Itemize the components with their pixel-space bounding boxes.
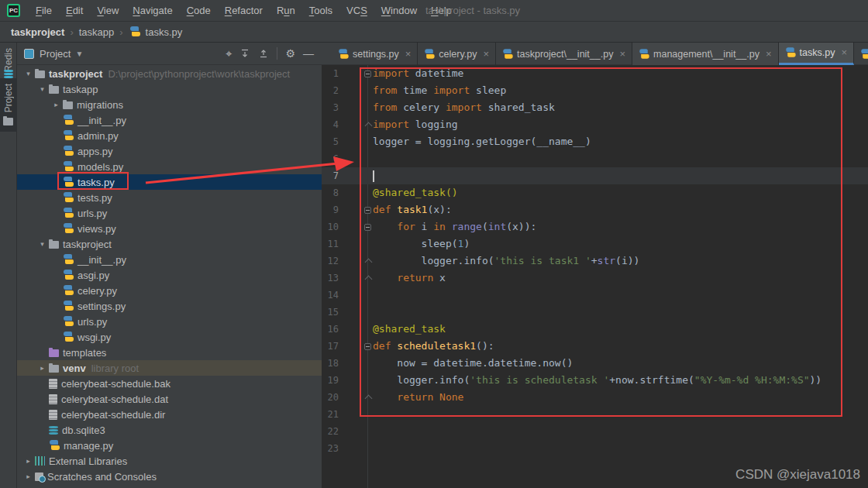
tree-item-celerybeat-schedule-bak[interactable]: celerybeat-schedule.bak	[17, 376, 322, 391]
code-text[interactable]: from celery import shared_task	[373, 99, 555, 116]
tree-item-migrations[interactable]: ▸migrations	[17, 97, 322, 112]
breadcrumb-item-taskapp[interactable]: taskapp	[77, 26, 117, 38]
fold-end-icon[interactable]	[365, 122, 373, 130]
breadcrumb-item-tasks-py[interactable]: tasks.py	[143, 26, 185, 38]
code-text[interactable]: import datetime	[373, 65, 463, 82]
menu-item-view[interactable]: View	[90, 0, 126, 21]
tree-item-models-py[interactable]: models.py	[17, 159, 322, 174]
tool-strip-button-project[interactable]: Project	[0, 78, 17, 132]
expand-all-button[interactable]	[239, 48, 250, 59]
fold-column	[341, 224, 373, 231]
tree-item-celerybeat-schedule-dir[interactable]: celerybeat-schedule.dir	[17, 407, 322, 422]
code-text[interactable]: def scheduletask1():	[373, 338, 494, 355]
tab-close-icon[interactable]: ×	[841, 48, 847, 57]
chevron-right-icon[interactable]: ▸	[50, 101, 63, 108]
code-text[interactable]: for i in range(int(x)):	[373, 218, 536, 235]
code-line-19: 19 logger.info('this is scheduletask '+n…	[322, 372, 868, 389]
tab-label: settings.py	[353, 49, 399, 60]
tree-item-External-Libraries[interactable]: ▸External Libraries	[17, 453, 322, 469]
python-file-icon	[63, 146, 74, 156]
tree-item-wsgi-py[interactable]: wsgi.py	[17, 329, 322, 345]
menu-item-tools[interactable]: Tools	[302, 0, 339, 21]
tree-item-taskproject[interactable]: ▾taskprojectD:\project\pythonproject\wor…	[17, 66, 322, 81]
code-text[interactable]: def task1(x):	[373, 201, 452, 218]
tree-item-celerybeat-schedule-dat[interactable]: celerybeat-schedule.dat	[17, 391, 322, 407]
fold-collapse-icon[interactable]	[364, 343, 371, 350]
tool-strip-button-redis[interactable]: Redis	[0, 43, 17, 78]
fold-collapse-icon[interactable]	[364, 70, 371, 77]
chevron-right-icon[interactable]: ▸	[36, 364, 49, 372]
tree-item-settings-py[interactable]: settings.py	[17, 298, 322, 314]
fold-end-icon[interactable]	[365, 259, 373, 266]
tree-item-venv[interactable]: ▸venvlibrary root	[17, 360, 322, 376]
project-panel-title[interactable]: Project	[40, 48, 71, 60]
code-text[interactable]: logger.info('this is scheduletask '+now.…	[373, 372, 822, 389]
fold-end-icon[interactable]	[365, 276, 373, 284]
tree-item-views-py[interactable]: views.py	[17, 221, 322, 236]
chevron-right-icon[interactable]: ▸	[22, 457, 35, 465]
tree-item-Scratches-and-Consoles[interactable]: ▸Scratches and Consoles	[17, 469, 322, 484]
code-text[interactable]: sleep(1)	[373, 235, 470, 253]
collapse-all-button[interactable]	[258, 48, 269, 59]
tree-item-admin-py[interactable]: admin.py	[17, 128, 322, 143]
code-text[interactable]: now = datetime.datetime.now()	[373, 355, 573, 372]
tree-item-db-sqlite3[interactable]: db.sqlite3	[17, 422, 322, 438]
menu-item-file[interactable]: File	[29, 0, 59, 21]
code-text[interactable]: import logging	[373, 116, 458, 133]
code-text[interactable]: return None	[373, 389, 463, 406]
locate-file-button[interactable]: ⌖	[226, 48, 232, 59]
tree-item-taskproject[interactable]: ▾taskproject	[17, 236, 322, 252]
code-text[interactable]: logger = logging.getLogger(__name__)	[373, 133, 591, 150]
code-text[interactable]	[373, 167, 374, 184]
chevron-down-icon[interactable]: ▼	[75, 50, 83, 58]
code-text[interactable]: @shared_task()	[373, 184, 458, 201]
tree-item-templates[interactable]: templates	[17, 345, 322, 360]
menu-item-edit[interactable]: Edit	[59, 0, 90, 21]
editor-tab-taskproject-__init__-py[interactable]: taskproject\__init__.py×	[496, 43, 632, 65]
code-text[interactable]: @shared_task	[373, 321, 446, 338]
tree-item-urls-py[interactable]: urls.py	[17, 205, 322, 221]
hide-panel-button[interactable]: —	[303, 47, 314, 60]
code-text[interactable]: from time import sleep	[373, 82, 506, 99]
editor-tab-celery-py[interactable]: celery.py×	[418, 43, 496, 65]
settings-gear-icon[interactable]: ⚙	[285, 48, 295, 59]
tree-item-tasks-py[interactable]: tasks.py	[17, 174, 322, 190]
chevron-down-icon[interactable]: ▾	[36, 240, 49, 248]
tree-item-celery-py[interactable]: celery.py	[17, 283, 322, 298]
chevron-down-icon[interactable]: ▾	[22, 70, 35, 77]
menu-item-refactor[interactable]: Refactor	[218, 0, 270, 21]
tree-item-asgi-py[interactable]: asgi.py	[17, 267, 322, 283]
editor-tab-settings-py[interactable]: settings.py×	[332, 43, 418, 65]
code-text[interactable]: logger.info('this is task1 '+str(i))	[373, 253, 639, 270]
code-text[interactable]: return x	[373, 270, 446, 287]
editor-tab-tasks-py[interactable]: tasks.py×	[779, 43, 854, 65]
breadcrumb-separator: ›	[118, 26, 124, 38]
code-editor[interactable]: 1import datetime2from time import sleep3…	[322, 65, 868, 488]
chevron-right-icon[interactable]: ▸	[22, 473, 35, 480]
tab-close-icon[interactable]: ×	[405, 50, 412, 59]
editor-tab-management-__init__-py[interactable]: management\__init__.py×	[632, 43, 779, 65]
menu-item-code[interactable]: Code	[180, 0, 218, 21]
breadcrumb-item-taskproject[interactable]: taskproject	[9, 26, 67, 38]
tab-close-icon[interactable]: ×	[483, 50, 489, 59]
tree-item-label: urls.py	[78, 316, 107, 328]
fold-end-icon[interactable]	[365, 395, 373, 403]
menu-item-window[interactable]: Window	[374, 0, 424, 21]
tab-close-icon[interactable]: ×	[766, 50, 772, 59]
tree-item-urls-py[interactable]: urls.py	[17, 314, 322, 329]
menu-item-navigate[interactable]: Navigate	[126, 0, 179, 21]
tree-item-manage-py[interactable]: manage.py	[17, 438, 322, 453]
menu-item-vcs[interactable]: VCS	[339, 0, 374, 21]
tree-item-__init__-py[interactable]: __init__.py	[17, 252, 322, 267]
tree-item-label: taskproject	[63, 239, 112, 250]
chevron-down-icon[interactable]: ▾	[36, 85, 49, 93]
editor-tab-views-py[interactable]: views.py	[854, 43, 868, 65]
menu-item-run[interactable]: Run	[270, 0, 302, 21]
fold-collapse-icon[interactable]	[364, 207, 371, 214]
tree-item-apps-py[interactable]: apps.py	[17, 143, 322, 159]
tree-item-taskapp[interactable]: ▾taskapp	[17, 81, 322, 97]
fold-collapse-icon[interactable]	[364, 224, 371, 231]
tree-item-__init__-py[interactable]: __init__.py	[17, 112, 322, 128]
tree-item-tests-py[interactable]: tests.py	[17, 190, 322, 205]
tab-close-icon[interactable]: ×	[619, 50, 625, 59]
